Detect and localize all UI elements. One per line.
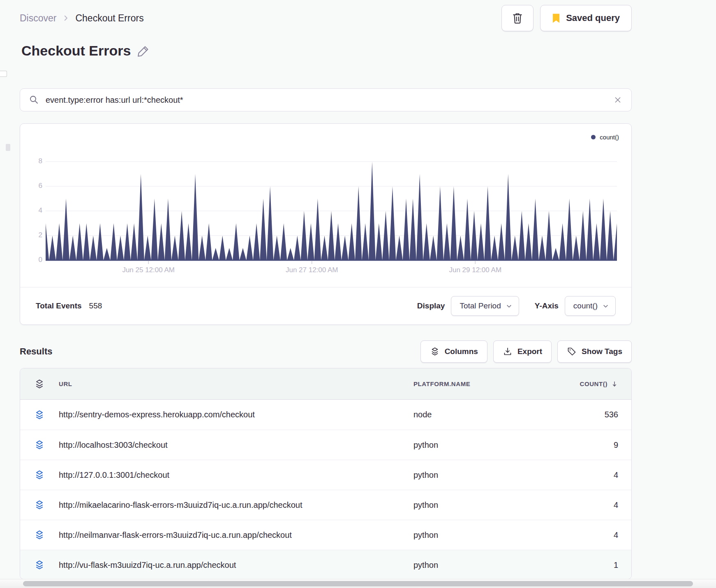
row-count: 9 (578, 440, 631, 450)
chevron-down-icon (603, 303, 609, 309)
x-tick-label: Jun 29 12:00 AM (449, 266, 501, 274)
columns-label: Columns (445, 347, 478, 356)
chart-footer: Total Events 558 Display Total Period Y-… (20, 287, 631, 324)
row-count: 4 (578, 530, 631, 540)
table-body: http://sentry-demos-express.herokuapp.co… (20, 400, 631, 579)
row-platform: node (413, 410, 578, 419)
table-row[interactable]: http://mikaelacarino-flask-errors-m3uuiz… (20, 490, 631, 520)
chevron-down-icon (506, 303, 512, 309)
row-url[interactable]: http://127.0.0.1:3001/checkout (59, 470, 413, 480)
layers-icon[interactable] (34, 440, 45, 450)
edit-title-pencil-icon[interactable] (137, 45, 150, 57)
row-url[interactable]: http://localhost:3003/checkout (59, 440, 413, 450)
window-edge-artifact (6, 144, 10, 151)
tag-icon (567, 347, 577, 357)
table-row[interactable]: http://sentry-demos-express.herokuapp.co… (20, 400, 631, 430)
total-events-label: Total Events (36, 301, 82, 310)
display-label: Display (417, 301, 445, 310)
results-actions: Columns Export (420, 340, 632, 363)
export-label: Export (517, 347, 542, 356)
legend-label: count() (600, 134, 619, 141)
discover-saved-query-page: Discover Checkout Errors (0, 0, 716, 588)
sort-desc-icon (611, 380, 618, 388)
saved-query-label: Saved query (566, 13, 620, 23)
events-chart-card: count() 02468 Jun 25 12:00 AMJun 27 12:0… (20, 123, 632, 325)
column-header-count[interactable]: COUNT() (578, 380, 631, 388)
clear-search-icon[interactable] (613, 95, 622, 104)
search-icon (29, 95, 39, 105)
layers-icon[interactable] (34, 500, 45, 510)
total-events: Total Events 558 (36, 301, 102, 310)
layers-icon[interactable] (34, 560, 45, 570)
table-row[interactable]: http://vu-flask-m3uuizd7iq-uc.a.run.app/… (20, 550, 631, 579)
row-platform: python (413, 530, 578, 540)
search-input[interactable]: event.type:error has:url url:*checkout* (46, 95, 607, 105)
horizontal-scrollbar-track (0, 579, 716, 588)
bookmark-icon (552, 13, 560, 23)
breadcrumb-discover-link[interactable]: Discover (20, 13, 56, 24)
breadcrumb-current: Checkout Errors (75, 13, 143, 24)
results-heading: Results (20, 346, 52, 357)
row-count: 4 (578, 500, 631, 510)
display-value: Total Period (460, 301, 501, 310)
legend-dot-icon (591, 135, 596, 139)
row-count: 536 (578, 410, 631, 419)
window-edge-artifact (0, 71, 7, 77)
top-actions: Saved query (501, 5, 632, 31)
yaxis-select[interactable]: count() (565, 296, 616, 316)
y-tick-label: 4 (27, 206, 42, 215)
layers-icon[interactable] (34, 470, 45, 480)
table-row[interactable]: http://127.0.0.1:3001/checkout python 4 (20, 460, 631, 490)
y-tick-label: 6 (27, 182, 42, 190)
show-tags-button[interactable]: Show Tags (557, 340, 632, 363)
layers-icon[interactable] (34, 410, 45, 420)
export-icon (503, 347, 513, 357)
y-tick-label: 0 (27, 256, 42, 264)
row-url[interactable]: http://mikaelacarino-flask-errors-m3uuiz… (59, 500, 413, 510)
topbar: Discover Checkout Errors (20, 5, 632, 31)
page-title: Checkout Errors (21, 43, 131, 59)
row-url[interactable]: http://neilmanvar-flask-errors-m3uuizd7i… (59, 530, 413, 540)
y-tick-label: 2 (27, 231, 42, 239)
table-row[interactable]: http://localhost:3003/checkout python 9 (20, 430, 631, 460)
yaxis-value: count() (573, 301, 598, 310)
header-icon-cell (20, 379, 59, 389)
results-row: Results Columns (20, 340, 632, 363)
total-events-value: 558 (89, 301, 102, 310)
search-bar[interactable]: event.type:error has:url url:*checkout* (20, 88, 632, 111)
chart-plot[interactable]: 02468 Jun 25 12:00 AMJun 27 12:00 AMJun … (46, 145, 617, 281)
trash-icon (512, 12, 523, 24)
y-tick-label: 8 (27, 157, 42, 165)
breadcrumb-chevron-icon (62, 14, 69, 22)
export-button[interactable]: Export (493, 340, 552, 363)
horizontal-scrollbar-thumb[interactable] (23, 581, 693, 586)
delete-query-button[interactable] (501, 5, 534, 31)
saved-query-button[interactable]: Saved query (540, 5, 632, 31)
x-tick-label: Jun 25 12:00 AM (122, 266, 175, 274)
title-row: Checkout Errors (21, 43, 150, 59)
display-select[interactable]: Total Period (451, 296, 519, 316)
table-header: URL PLATFORM.NAME COUNT() (20, 368, 631, 400)
chart-legend-count[interactable]: count() (591, 134, 619, 141)
stack-icon (34, 379, 45, 389)
row-platform: python (413, 470, 578, 480)
chart-controls: Display Total Period Y-Axis count() (417, 296, 616, 316)
row-count: 4 (578, 470, 631, 480)
area-chart (46, 145, 617, 269)
results-table: URL PLATFORM.NAME COUNT() h (20, 368, 632, 579)
row-platform: python (413, 500, 578, 510)
column-header-platform[interactable]: PLATFORM.NAME (413, 380, 578, 387)
row-url[interactable]: http://sentry-demos-express.herokuapp.co… (59, 410, 413, 419)
row-platform: python (413, 560, 578, 570)
columns-icon (430, 347, 440, 357)
x-tick-label: Jun 27 12:00 AM (286, 266, 338, 274)
row-url[interactable]: http://vu-flask-m3uuizd7iq-uc.a.run.app/… (59, 560, 413, 570)
column-header-url[interactable]: URL (59, 380, 413, 387)
breadcrumb: Discover Checkout Errors (20, 13, 144, 24)
row-platform: python (413, 440, 578, 450)
show-tags-label: Show Tags (582, 347, 622, 356)
table-row[interactable]: http://neilmanvar-flask-errors-m3uuizd7i… (20, 520, 631, 550)
columns-button[interactable]: Columns (420, 340, 487, 363)
row-count: 1 (578, 560, 631, 570)
layers-icon[interactable] (34, 530, 45, 540)
